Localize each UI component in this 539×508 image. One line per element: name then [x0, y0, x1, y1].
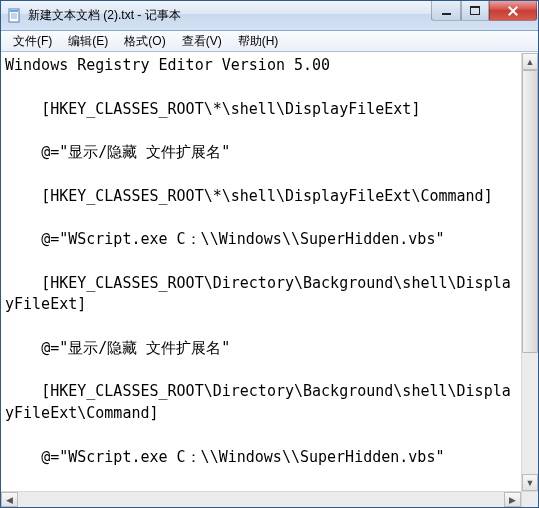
- menu-edit[interactable]: 编辑(E): [60, 31, 116, 52]
- close-button[interactable]: [489, 1, 537, 21]
- bottom-bar: ◀ ▶: [1, 491, 538, 507]
- scroll-up-button[interactable]: ▲: [522, 53, 538, 70]
- scroll-left-button[interactable]: ◀: [1, 492, 18, 507]
- titlebar[interactable]: 新建文本文档 (2).txt - 记事本: [1, 1, 538, 31]
- horizontal-scrollbar[interactable]: ◀ ▶: [1, 491, 521, 507]
- text-content[interactable]: Windows Registry Editor Version 5.00 [HK…: [1, 53, 521, 491]
- window-title: 新建文本文档 (2).txt - 记事本: [28, 7, 431, 24]
- menu-help[interactable]: 帮助(H): [230, 31, 287, 52]
- menubar: 文件(F) 编辑(E) 格式(O) 查看(V) 帮助(H): [1, 31, 538, 52]
- menu-view[interactable]: 查看(V): [174, 31, 230, 52]
- scroll-track-horizontal[interactable]: [18, 492, 504, 507]
- scroll-track-vertical[interactable]: [522, 70, 538, 474]
- scroll-down-button[interactable]: ▼: [522, 474, 538, 491]
- resize-grip[interactable]: [521, 491, 538, 507]
- scroll-right-button[interactable]: ▶: [504, 492, 521, 507]
- window-controls: [431, 1, 537, 21]
- scroll-thumb-vertical[interactable]: [522, 70, 538, 353]
- menu-file[interactable]: 文件(F): [5, 31, 60, 52]
- notepad-icon: [7, 8, 23, 24]
- vertical-scrollbar[interactable]: ▲ ▼: [521, 53, 538, 491]
- menu-format[interactable]: 格式(O): [116, 31, 173, 52]
- minimize-button[interactable]: [431, 1, 461, 21]
- editor-area: Windows Registry Editor Version 5.00 [HK…: [1, 52, 538, 491]
- svg-rect-1: [10, 10, 18, 12]
- notepad-window: 新建文本文档 (2).txt - 记事本 文件(F) 编辑(E) 格式(O) 查…: [0, 0, 539, 508]
- maximize-button[interactable]: [461, 1, 489, 21]
